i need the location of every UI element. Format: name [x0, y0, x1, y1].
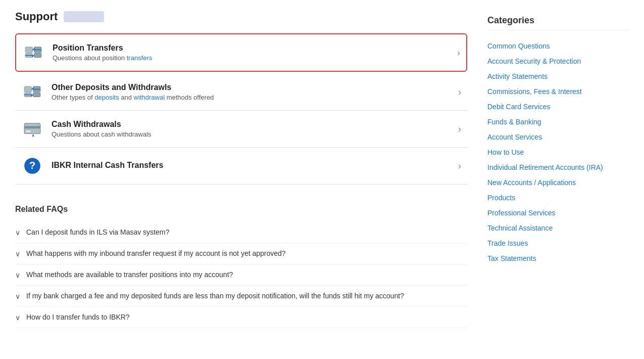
topic-title-cash-withdrawals: Cash Withdrawals [52, 120, 453, 129]
faq-item[interactable]: ∨ What happens with my inbound transfer … [15, 243, 467, 264]
topic-item-cash-withdrawals[interactable]: Cash Withdrawals Questions about cash wi… [15, 111, 467, 148]
sidebar-category-link[interactable]: Technical Assistance [487, 220, 629, 236]
page-wrapper: Support Position Transfers [0, 0, 644, 338]
topic-text-ibkr-transfers: IBKR Internal Cash Transfers [52, 161, 453, 171]
faq-chevron-icon: ∨ [15, 229, 20, 237]
topic-icon-position-transfers [22, 41, 44, 64]
svg-rect-12 [26, 130, 31, 132]
sidebar-category-link[interactable]: Tax Statements [487, 251, 629, 266]
svg-rect-1 [25, 47, 32, 53]
svg-point-13 [32, 134, 34, 136]
chevron-right-icon: › [457, 48, 460, 58]
svg-text:?: ? [29, 159, 36, 171]
sidebar-category-link[interactable]: Common Questions [487, 38, 629, 54]
svg-rect-6 [24, 86, 31, 92]
faq-chevron-icon: ∨ [15, 271, 20, 279]
sidebar-category-link[interactable]: Trade Issues [487, 236, 629, 251]
sidebar-title: Categories [487, 15, 629, 30]
topic-item-other-deposits[interactable]: Other Deposits and Withdrawls Other type… [15, 74, 467, 111]
page-title: Support [15, 10, 58, 23]
faq-question-text: How do I transfer funds to IBKR? [26, 313, 130, 321]
topic-text-cash-withdrawals: Cash Withdrawals Questions about cash wi… [52, 120, 453, 138]
topic-text-other-deposits: Other Deposits and Withdrawls Other type… [52, 83, 453, 101]
sidebar-category-link[interactable]: Activity Statements [487, 69, 629, 84]
sidebar-category-link[interactable]: Debit Card Services [487, 99, 629, 114]
header-area: Support [15, 10, 467, 23]
svg-rect-4 [34, 54, 41, 58]
svg-rect-11 [24, 126, 40, 128]
topic-item-position-transfers[interactable]: Position Transfers Questions about posit… [15, 33, 467, 72]
topic-subtitle-other-deposits: Other types of deposits and withdrawal m… [52, 94, 453, 101]
sidebar-category-link[interactable]: Professional Services [487, 205, 629, 220]
faq-item[interactable]: ∨ Can I deposit funds in ILS via Masav s… [15, 222, 467, 243]
related-faqs-title: Related FAQs [15, 205, 467, 214]
sidebar-category-link[interactable]: Commissions, Fees & Interest [487, 84, 629, 99]
sidebar-category-link[interactable]: Account Security & Protection [487, 54, 629, 69]
faq-question-text: What methods are available to transfer p… [26, 271, 233, 279]
chevron-right-icon: › [458, 87, 461, 98]
sidebar-category-link[interactable]: How to Use [487, 145, 629, 160]
svg-rect-9 [33, 93, 40, 97]
topic-subtitle-position-transfers: Questions about position transfers [53, 54, 452, 62]
sidebar-category-link[interactable]: Funds & Banking [487, 114, 629, 129]
header-badge [64, 11, 104, 22]
faq-chevron-icon: ∨ [15, 250, 20, 258]
sidebar-category-link[interactable]: New Accounts / Applications [487, 175, 629, 190]
sidebar-category-link[interactable]: Individual Retirement Accounts (IRA) [487, 160, 629, 175]
topic-icon-cash-withdrawals [21, 118, 43, 140]
chevron-right-icon: › [458, 161, 461, 171]
faq-list: ∨ Can I deposit funds in ILS via Masav s… [15, 222, 467, 328]
main-content: Support Position Transfers [15, 10, 467, 328]
sidebar-category-link[interactable]: Products [487, 190, 629, 205]
svg-rect-10 [24, 123, 40, 134]
faq-item[interactable]: ∨ How do I transfer funds to IBKR? [15, 307, 467, 328]
topic-title-ibkr-transfers: IBKR Internal Cash Transfers [52, 161, 453, 170]
faq-chevron-icon: ∨ [15, 313, 20, 322]
topic-icon-other-deposits [21, 81, 43, 103]
related-faqs-section: Related FAQs ∨ Can I deposit funds in IL… [15, 205, 467, 328]
faq-question-text: Can I deposit funds in ILS via Masav sys… [26, 228, 169, 236]
faq-chevron-icon: ∨ [15, 292, 20, 300]
topic-icon-ibkr-transfers: ? [21, 155, 43, 177]
topics-list: Position Transfers Questions about posit… [15, 33, 467, 185]
faq-item[interactable]: ∨ What methods are available to transfer… [15, 264, 467, 286]
topic-text-position-transfers: Position Transfers Questions about posit… [53, 43, 452, 62]
topic-item-ibkr-transfers[interactable]: ? IBKR Internal Cash Transfers › [15, 148, 467, 185]
topic-subtitle-cash-withdrawals: Questions about cash withdrawals [52, 130, 453, 138]
topic-title-position-transfers: Position Transfers [53, 43, 452, 53]
sidebar: Categories Common QuestionsAccount Secur… [487, 10, 629, 328]
topic-title-other-deposits: Other Deposits and Withdrawls [52, 83, 453, 92]
sidebar-category-link[interactable]: Account Services [487, 129, 629, 145]
chevron-right-icon: › [458, 124, 461, 134]
faq-question-text: If my bank charged a fee and my deposite… [26, 292, 404, 300]
faq-question-text: What happens with my inbound transfer re… [26, 249, 286, 257]
faq-item[interactable]: ∨ If my bank charged a fee and my deposi… [15, 286, 467, 307]
sidebar-links: Common QuestionsAccount Security & Prote… [487, 38, 629, 266]
